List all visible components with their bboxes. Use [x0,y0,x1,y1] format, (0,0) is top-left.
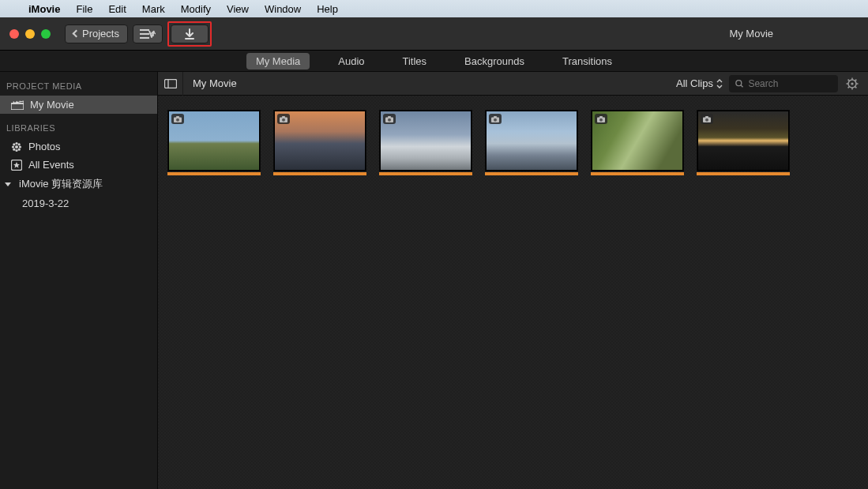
projects-back-button[interactable]: Projects [65,24,128,43]
svg-point-31 [176,118,179,121]
media-browser-grid [158,96,868,489]
clip-duration-bar [591,172,684,175]
tab-titles[interactable]: Titles [393,53,437,70]
sidebar-event-date-label: 2019-3-22 [22,197,69,209]
media-clip-thumbnail[interactable] [697,110,790,175]
menubar-item-view[interactable]: View [227,3,249,15]
media-clip-thumbnail[interactable] [485,110,578,175]
sidebar-project-label: My Movie [30,99,74,111]
media-clip-thumbnail[interactable] [273,110,366,175]
svg-point-20 [851,82,853,85]
svg-rect-42 [599,116,603,118]
menubar-item-modify[interactable]: Modify [181,3,211,15]
window-controls [9,29,51,39]
svg-point-5 [15,145,18,149]
svg-point-6 [15,141,17,144]
sidebar-item-photos[interactable]: Photos [0,137,157,156]
sidebar-item-library[interactable]: iMovie 剪辑资源库 [0,174,157,194]
tab-transitions[interactable]: Transitions [553,53,622,70]
photo-type-icon [171,114,184,124]
sidebar-item-project[interactable]: My Movie [0,96,157,114]
svg-point-40 [494,118,497,121]
sidebar-item-event-date[interactable]: 2019-3-22 [0,194,157,213]
photos-flower-icon [11,141,22,152]
clip-duration-bar [379,172,472,175]
close-window-button[interactable] [9,29,19,39]
photo-type-icon [595,114,607,124]
svg-point-10 [13,143,15,145]
svg-point-8 [12,145,14,148]
macos-menubar: iMovie File Edit Mark Modify View Window… [0,0,868,17]
clip-duration-bar [697,172,790,175]
import-down-arrow-icon [183,28,196,40]
tab-audio[interactable]: Audio [329,53,374,70]
svg-rect-45 [705,116,708,118]
svg-rect-36 [388,116,391,118]
library-list-icon [140,28,156,39]
search-field[interactable] [729,75,838,92]
browser-header: My Movie All Clips [158,72,868,96]
sidebar-toggle-icon [164,79,177,88]
disclosure-triangle-icon[interactable] [5,182,11,186]
sidebar-heading-project-media: PROJECT MEDIA [0,72,157,96]
svg-point-12 [13,148,15,150]
browser-title: My Movie [183,77,237,89]
sidebar-all-events-label: All Events [28,159,74,171]
sidebar-item-all-events[interactable]: All Events [0,156,157,174]
star-box-icon [11,160,22,171]
sidebar-library-label: iMovie 剪辑资源库 [19,177,103,191]
search-input[interactable] [748,78,832,89]
svg-rect-0 [140,29,149,31]
clip-duration-bar [167,172,261,175]
clip-filter-dropdown[interactable]: All Clips [676,77,723,89]
zoom-window-button[interactable] [41,29,51,39]
svg-line-27 [855,79,857,81]
tab-backgrounds[interactable]: Backgrounds [455,53,534,70]
sidebar-photos-label: Photos [28,141,60,152]
sidebar-heading-libraries: LIBRARIES [0,114,157,137]
search-icon [735,79,743,88]
svg-rect-39 [494,116,497,118]
svg-point-9 [19,145,21,148]
svg-point-13 [18,148,21,150]
svg-point-43 [599,118,603,121]
svg-point-11 [18,143,21,145]
chevron-left-icon [73,30,81,38]
up-down-chevron-icon [716,79,723,88]
media-clip-thumbnail[interactable] [591,110,684,175]
projects-button-label: Projects [82,28,119,39]
window-title: My Movie [729,28,773,39]
svg-point-7 [15,149,17,151]
menubar-item-file[interactable]: File [76,3,92,15]
import-button-highlight [167,21,212,47]
settings-gear-button[interactable] [841,73,863,95]
toggle-sidebar-button[interactable] [158,72,183,96]
tab-my-media[interactable]: My Media [246,53,310,70]
menubar-item-edit[interactable]: Edit [108,3,126,15]
svg-rect-2 [140,37,149,39]
svg-point-37 [388,118,391,121]
library-toggle-button[interactable] [133,24,163,43]
window-toolbar: Projects My Movie [0,17,868,51]
svg-rect-4 [11,103,24,110]
svg-rect-33 [282,116,285,118]
clapperboard-icon [11,100,24,110]
menubar-app-name[interactable]: iMovie [28,3,60,15]
menubar-item-help[interactable]: Help [317,3,338,15]
sidebar: PROJECT MEDIA My Movie LIBRARIES Photos [0,72,158,489]
svg-line-25 [848,79,850,81]
minimize-window-button[interactable] [25,29,35,39]
media-clip-thumbnail[interactable] [167,110,261,175]
menubar-item-window[interactable]: Window [265,3,301,15]
clip-duration-bar [485,172,578,175]
menubar-item-mark[interactable]: Mark [142,3,165,15]
clip-duration-bar [273,172,366,175]
svg-point-46 [705,118,708,121]
media-clip-thumbnail[interactable] [379,110,472,175]
browser-tabstrip: My Media Audio Titles Backgrounds Transi… [0,51,868,72]
photo-type-icon [701,114,713,124]
import-button[interactable] [171,24,209,43]
svg-point-34 [282,118,285,121]
svg-rect-1 [140,33,149,35]
photo-type-icon [277,114,290,124]
